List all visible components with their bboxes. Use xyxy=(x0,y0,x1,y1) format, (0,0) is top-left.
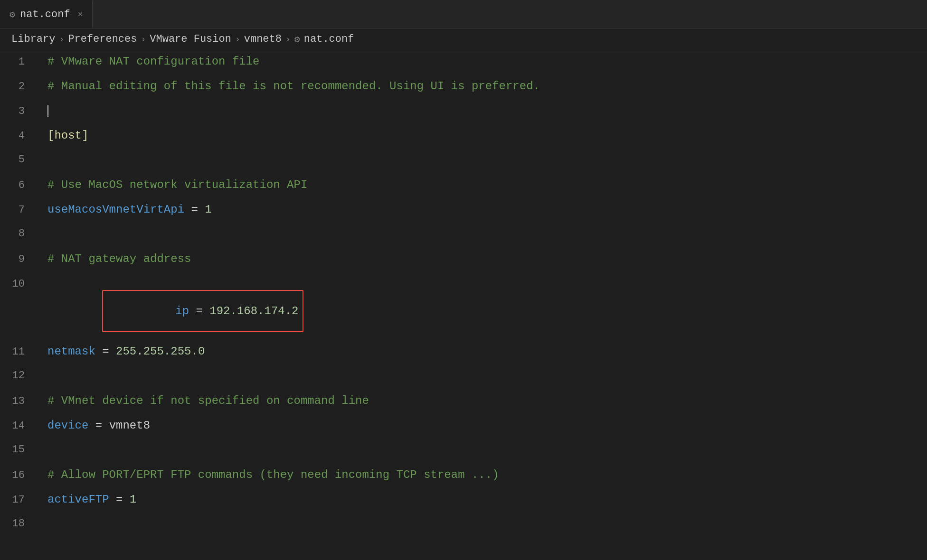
equals-10: = xyxy=(189,305,209,317)
code-line-15: 15 xyxy=(0,444,927,468)
code-line-4: 4 [host] xyxy=(0,129,927,154)
text-cursor xyxy=(47,105,48,117)
line-number-4: 4 xyxy=(0,130,38,142)
equals-7: = xyxy=(184,203,205,216)
line-number-16: 16 xyxy=(0,469,38,481)
code-line-9: 9 # NAT gateway address xyxy=(0,252,927,277)
line-content-1: # VMware NAT configuration file xyxy=(38,55,927,68)
tab-close-button[interactable]: × xyxy=(78,10,83,19)
line-content-17: activeFTP = 1 xyxy=(38,493,927,506)
value-device: vmnet8 xyxy=(109,419,150,432)
line-content-11: netmask = 255.255.255.0 xyxy=(38,345,927,358)
line-number-12: 12 xyxy=(0,370,38,382)
code-line-14: 14 device = vmnet8 xyxy=(0,419,927,444)
code-line-6: 6 # Use MacOS network virtualization API xyxy=(0,178,927,203)
ip-highlight-box: ip = 192.168.174.2 xyxy=(102,290,303,332)
line-content-4: [host] xyxy=(38,129,927,142)
line-number-5: 5 xyxy=(0,154,38,166)
code-line-10: 10 ip = 192.168.174.2 xyxy=(0,277,927,345)
line-content-9: # NAT gateway address xyxy=(38,252,927,265)
line-number-13: 13 xyxy=(0,395,38,407)
keyword-ip: ip xyxy=(175,305,189,317)
line-content-6: # Use MacOS network virtualization API xyxy=(38,178,927,191)
line-number-7: 7 xyxy=(0,204,38,216)
value-7: 1 xyxy=(205,203,211,216)
value-ip: 192.168.174.2 xyxy=(209,305,298,317)
line-number-10: 10 xyxy=(0,278,38,290)
keyword-device: device xyxy=(47,419,88,432)
tab-nat-conf[interactable]: ⚙ nat.conf × xyxy=(0,0,93,28)
breadcrumb: Library › Preferences › VMware Fusion › … xyxy=(0,28,927,50)
line-content-3 xyxy=(38,104,927,117)
code-line-3: 3 xyxy=(0,104,927,129)
breadcrumb-sep-3: › xyxy=(235,35,240,44)
code-line-1: 1 # VMware NAT configuration file xyxy=(0,55,927,80)
line-number-14: 14 xyxy=(0,420,38,432)
line-number-2: 2 xyxy=(0,81,38,93)
code-line-17: 17 activeFTP = 1 xyxy=(0,493,927,518)
breadcrumb-preferences[interactable]: Preferences xyxy=(68,33,137,45)
line-content-7: useMacosVmnetVirtApi = 1 xyxy=(38,203,927,216)
code-line-2: 2 # Manual editing of this file is not r… xyxy=(0,80,927,104)
keyword-activeftp: activeFTP xyxy=(47,493,109,506)
tab-bar: ⚙ nat.conf × xyxy=(0,0,927,28)
line-number-11: 11 xyxy=(0,346,38,358)
code-line-11: 11 netmask = 255.255.255.0 xyxy=(0,345,927,370)
code-line-8: 8 xyxy=(0,228,927,252)
line-number-17: 17 xyxy=(0,494,38,506)
breadcrumb-sep-2: › xyxy=(141,35,146,44)
code-line-7: 7 useMacosVmnetVirtApi = 1 xyxy=(0,203,927,228)
line-number-3: 3 xyxy=(0,105,38,117)
tab-label: nat.conf xyxy=(20,9,70,20)
code-line-5: 5 xyxy=(0,154,927,178)
value-activeftp: 1 xyxy=(130,493,136,506)
breadcrumb-nat-conf[interactable]: nat.conf xyxy=(304,33,354,45)
equals-14: = xyxy=(88,419,109,432)
keyword-netmask: netmask xyxy=(47,345,95,358)
line-number-9: 9 xyxy=(0,253,38,265)
line-content-14: device = vmnet8 xyxy=(38,419,927,432)
code-line-13: 13 # VMnet device if not specified on co… xyxy=(0,394,927,419)
line-number-6: 6 xyxy=(0,179,38,191)
line-content-13: # VMnet device if not specified on comma… xyxy=(38,394,927,407)
code-area[interactable]: 1 # VMware NAT configuration file 2 # Ma… xyxy=(0,50,927,560)
line-number-1: 1 xyxy=(0,56,38,68)
code-line-16: 16 # Allow PORT/EPRT FTP commands (they … xyxy=(0,468,927,493)
line-content-16: # Allow PORT/EPRT FTP commands (they nee… xyxy=(38,468,927,481)
line-number-8: 8 xyxy=(0,228,38,240)
equals-11: = xyxy=(95,345,116,358)
code-line-18: 18 xyxy=(0,518,927,542)
tab-file-icon: ⚙ xyxy=(9,9,15,20)
value-netmask: 255.255.255.0 xyxy=(116,345,205,358)
breadcrumb-library[interactable]: Library xyxy=(11,33,55,45)
breadcrumb-sep-1: › xyxy=(59,35,64,44)
keyword-7: useMacosVmnetVirtApi xyxy=(47,203,184,216)
code-line-12: 12 xyxy=(0,370,927,394)
equals-17: = xyxy=(109,493,130,506)
breadcrumb-vmware-fusion[interactable]: VMware Fusion xyxy=(150,33,231,45)
line-number-18: 18 xyxy=(0,518,38,530)
line-number-15: 15 xyxy=(0,444,38,456)
editor-container: ⚙ nat.conf × Library › Preferences › VMw… xyxy=(0,0,927,560)
line-content-2: # Manual editing of this file is not rec… xyxy=(38,80,927,93)
breadcrumb-sep-4: › xyxy=(285,35,291,44)
breadcrumb-vmnet8[interactable]: vmnet8 xyxy=(244,33,282,45)
breadcrumb-file-icon: ⚙ xyxy=(294,33,300,45)
line-content-10: ip = 192.168.174.2 xyxy=(38,277,927,345)
